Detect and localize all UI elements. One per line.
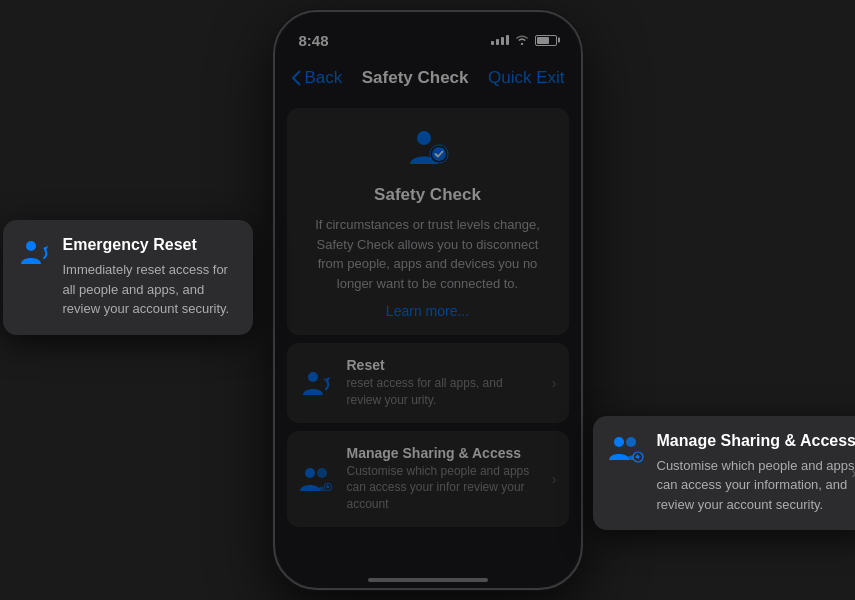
phone-frame: 8:48 [273, 10, 583, 590]
manage-tooltip-desc: Customise which people and apps can acce… [657, 456, 856, 515]
manage-tooltip-chevron-icon: › [851, 464, 855, 482]
manage-tooltip-title: Manage Sharing & Access [657, 432, 856, 450]
dim-overlay [275, 12, 581, 588]
emergency-tooltip: Emergency Reset Immediately reset access… [3, 220, 253, 335]
svg-point-12 [626, 437, 636, 447]
svg-point-14 [636, 455, 639, 458]
emergency-tooltip-icon [19, 238, 51, 270]
manage-tooltip-icon [609, 434, 645, 468]
svg-point-11 [614, 437, 624, 447]
manage-tooltip: Manage Sharing & Access Customise which … [593, 416, 856, 531]
emergency-tooltip-desc: Immediately reset access for all people … [63, 260, 237, 319]
svg-point-10 [26, 241, 36, 251]
emergency-tooltip-title: Emergency Reset [63, 236, 237, 254]
